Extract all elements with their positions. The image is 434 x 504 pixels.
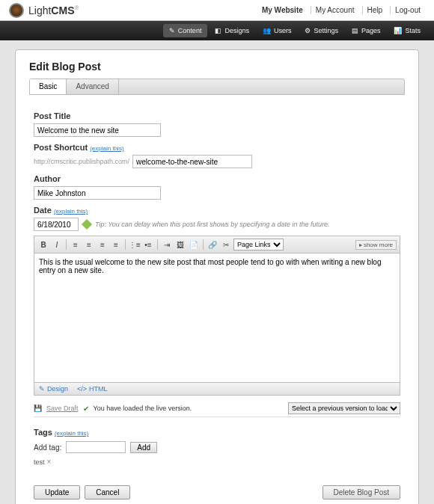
main-nav: ✎Content ◧Designs 👥Users ⚙Settings ▤Page… [0, 21, 434, 40]
author-label: Author [34, 174, 400, 183]
unlink-button[interactable]: ✂ [220, 239, 232, 251]
remove-tag-button[interactable]: × [47, 458, 52, 466]
code-icon: </> [77, 385, 87, 393]
version-select[interactable]: Select a previous version to load... [288, 402, 400, 414]
stats-icon: 📊 [394, 27, 402, 34]
gear-icon: ⚙ [305, 27, 311, 34]
rich-editor: B I ≡ ≡ ≡ ≡ ⋮≡ •≡ ⇥ 🖼 📄 🔗 ✂ [34, 236, 400, 396]
nav-stats[interactable]: 📊Stats [388, 27, 427, 34]
check-icon: ✔ [83, 405, 89, 413]
nav-logout[interactable]: Log-out [390, 6, 425, 14]
tags-explain-link[interactable]: (explain this) [55, 430, 88, 437]
cancel-button[interactable]: Cancel [85, 485, 130, 500]
nav-help[interactable]: Help [362, 6, 388, 14]
nav-designs[interactable]: ◧Designs [209, 27, 255, 34]
editor-textarea[interactable]: This is the usual welcome to the new sit… [34, 253, 400, 381]
bold-button[interactable]: B [37, 239, 49, 251]
italic-button[interactable]: I [51, 239, 63, 251]
align-left-button[interactable]: ≡ [70, 239, 82, 251]
author-input[interactable] [34, 186, 161, 200]
tag-input[interactable] [66, 441, 126, 453]
file-button[interactable]: 📄 [188, 239, 200, 251]
link-button[interactable]: 🔗 [207, 239, 218, 251]
edit-panel: Edit Blog Post Basic Advanced Post Title… [15, 49, 419, 504]
ol-button[interactable]: ⋮≡ [129, 239, 141, 251]
users-icon: 👥 [263, 27, 271, 34]
add-tag-button[interactable]: Add [130, 442, 157, 453]
shortcut-input[interactable] [132, 155, 252, 168]
show-more-button[interactable]: ▸ show more [355, 240, 397, 250]
align-right-button[interactable]: ≡ [97, 239, 109, 251]
design-view-tab[interactable]: ✎Design [39, 385, 68, 393]
page-links-select[interactable]: Page Links [233, 239, 284, 251]
indent-button[interactable]: ⇥ [161, 239, 173, 251]
add-tag-label: Add tag: [34, 443, 61, 452]
pencil-icon: ✎ [169, 27, 175, 34]
shortcut-prefix: http://cmscritic.publishpath.com/ [34, 158, 129, 165]
page-title: Edit Blog Post [29, 61, 405, 73]
post-title-input[interactable] [34, 123, 161, 137]
disk-icon: 💾 [34, 405, 42, 412]
date-input[interactable] [34, 218, 79, 231]
logo-text: LightCMS® [28, 4, 79, 16]
form-actions: Update Cancel Delete Blog Post [34, 485, 400, 500]
date-tip: Tip: You can delay when this post first … [95, 221, 329, 228]
date-label: Date (explain this) [34, 206, 400, 215]
nav-pages[interactable]: ▤Pages [346, 27, 387, 34]
delete-button[interactable]: Delete Blog Post [323, 485, 401, 500]
version-row: 💾 Save Draft ✔ You have loaded the live … [34, 400, 400, 417]
form-tabs: Basic Advanced [29, 79, 405, 95]
editor-footer: ✎Design </>HTML [34, 382, 400, 395]
version-status: You have loaded the live version. [94, 405, 192, 412]
pages-icon: ▤ [352, 27, 358, 34]
logo: LightCMS® [9, 3, 79, 18]
nav-my-account[interactable]: My Account [311, 6, 359, 14]
top-nav: My Website My Account Help Log-out [257, 6, 425, 14]
date-explain-link[interactable]: (explain this) [54, 208, 88, 215]
html-view-tab[interactable]: </>HTML [77, 385, 108, 393]
tip-icon [82, 219, 92, 230]
pencil-icon: ✎ [39, 385, 45, 393]
align-center-button[interactable]: ≡ [83, 239, 95, 251]
update-button[interactable]: Update [34, 485, 80, 500]
logo-icon [9, 3, 24, 18]
top-bar: LightCMS® My Website My Account Help Log… [0, 0, 434, 21]
save-draft-link[interactable]: Save Draft [46, 405, 79, 412]
nav-users[interactable]: 👥Users [257, 27, 298, 34]
shortcut-explain-link[interactable]: (explain this) [90, 145, 123, 152]
design-icon: ◧ [215, 27, 221, 34]
editor-toolbar: B I ≡ ≡ ≡ ≡ ⋮≡ •≡ ⇥ 🖼 📄 🔗 ✂ [34, 236, 400, 253]
tag-chip: test × [34, 458, 51, 466]
image-button[interactable]: 🖼 [174, 239, 186, 251]
nav-content[interactable]: ✎Content [163, 24, 208, 37]
nav-settings[interactable]: ⚙Settings [299, 27, 344, 34]
ul-button[interactable]: •≡ [142, 239, 154, 251]
tab-advanced[interactable]: Advanced [67, 79, 118, 94]
align-justify-button[interactable]: ≡ [110, 239, 122, 251]
shortcut-label: Post Shortcut (explain this) [34, 143, 400, 152]
tags-label: Tags (explain this) [34, 428, 400, 437]
tab-basic[interactable]: Basic [30, 79, 67, 94]
post-title-label: Post Title [34, 111, 400, 120]
nav-my-website[interactable]: My Website [257, 6, 308, 14]
